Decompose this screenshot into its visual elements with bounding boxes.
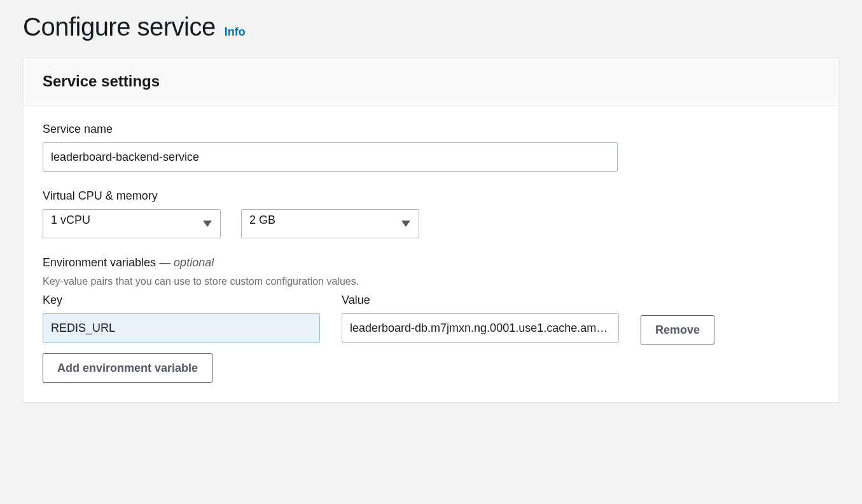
env-key-input[interactable] xyxy=(43,313,320,343)
env-value-column: Value xyxy=(342,294,619,343)
memory-select[interactable]: 2 GB xyxy=(241,209,419,238)
panel-header: Service settings xyxy=(24,58,838,106)
vcpu-select[interactable]: 1 vCPU xyxy=(43,209,221,238)
service-settings-panel: Service settings Service name Virtual CP… xyxy=(23,58,839,402)
env-key-header: Key xyxy=(43,294,320,307)
env-vars-label-text: Environment variables xyxy=(43,256,156,269)
vcpu-select-wrapper: 1 vCPU xyxy=(43,209,221,238)
env-value-header: Value xyxy=(342,294,619,307)
service-name-input[interactable] xyxy=(43,142,618,172)
vcpu-memory-row: 1 vCPU 2 GB xyxy=(43,209,819,238)
add-env-row: Add environment variable xyxy=(43,353,819,383)
panel-body: Service name Virtual CPU & memory 1 vCPU… xyxy=(24,106,838,402)
add-environment-variable-button[interactable]: Add environment variable xyxy=(43,353,212,383)
vcpu-memory-group: Virtual CPU & memory 1 vCPU 2 GB xyxy=(43,189,819,238)
env-vars-description: Key-value pairs that you can use to stor… xyxy=(43,276,819,287)
info-link[interactable]: Info xyxy=(225,25,246,39)
page-title: Configure service xyxy=(23,13,216,41)
env-value-input[interactable] xyxy=(342,313,619,343)
remove-button[interactable]: Remove xyxy=(641,315,714,344)
env-row: Key Value Remove xyxy=(43,294,819,344)
env-vars-optional: — optional xyxy=(159,256,214,269)
service-name-group: Service name xyxy=(43,123,819,172)
page-header: Configure service Info xyxy=(23,13,839,41)
env-vars-group: Environment variables — optional Key-val… xyxy=(43,256,819,383)
env-action-column: Remove xyxy=(641,294,714,344)
panel-title: Service settings xyxy=(43,72,819,90)
env-key-column: Key xyxy=(43,294,320,343)
env-vars-label: Environment variables — optional xyxy=(43,256,819,269)
memory-select-wrapper: 2 GB xyxy=(241,209,419,238)
service-name-label: Service name xyxy=(43,123,819,136)
vcpu-memory-label: Virtual CPU & memory xyxy=(43,189,819,203)
